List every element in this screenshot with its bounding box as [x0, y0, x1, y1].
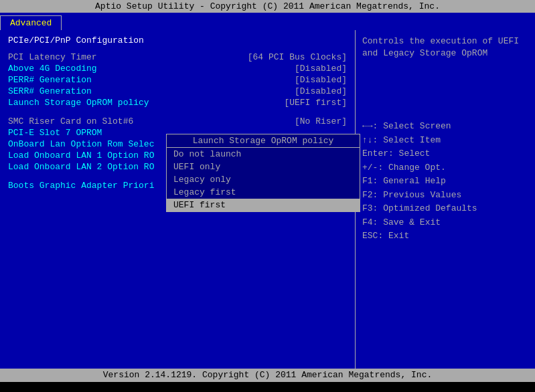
left-panel: PCIe/PCI/PnP Configuration PCI Latency T… [0, 30, 355, 369]
value-launch-storage: [UEFI first] [284, 98, 347, 108]
footer-bar: Version 2.14.1219. Copyright (C) 2011 Am… [0, 369, 535, 382]
dropdown-item-4[interactable]: UEFI first [167, 199, 360, 211]
footer-text: Version 2.14.1219. Copyright (C) 2011 Am… [103, 370, 432, 380]
tab-advanced[interactable]: Advanced [0, 15, 62, 30]
label-serr: SERR# Generation [8, 86, 92, 96]
key-help: ←→: Select Screen ↑↓: Select Item Enter:… [362, 120, 528, 243]
key-f2: F2: Previous Values [362, 189, 528, 202]
value-4g-decoding: [Disabled] [295, 64, 347, 74]
section-title: PCIe/PCI/PnP Configuration [8, 35, 347, 45]
key-f4: F4: Save & Exit [362, 216, 528, 229]
key-esc: ESC: Exit [362, 229, 528, 243]
label-pci-latency: PCI Latency Timer [8, 52, 97, 62]
dropdown-item-0[interactable]: Do not launch [167, 148, 360, 161]
value-serr: [Disabled] [295, 86, 347, 96]
value-pci-latency: [64 PCI Bus Clocks] [248, 52, 347, 62]
key-f1: F1: General Help [362, 175, 528, 188]
right-panel: Controls the execution of UEFI and Legac… [355, 30, 535, 369]
label-pcie-slot7: PCI-E Slot 7 OPROM [8, 128, 102, 138]
value-smc-riser: [No Riser] [295, 116, 347, 126]
label-smc-riser: SMC Riser Card on Slot#6 [8, 116, 133, 126]
label-onboard-lan: OnBoard Lan Option Rom Selec [8, 139, 154, 149]
key-f3: F3: Optimized Defaults [362, 202, 528, 215]
key-updown: ↑↓: Select Item [362, 134, 528, 147]
dropdown-item-1[interactable]: UEFI only [167, 161, 360, 173]
row-smc-riser: SMC Riser Card on Slot#6 [No Riser] [8, 116, 347, 126]
row-serr: SERR# Generation [Disabled] [8, 86, 347, 96]
label-onboard-lan2: Load Onboard LAN 2 Option RO [8, 162, 154, 172]
tab-row: Advanced [0, 13, 535, 30]
dropdown-item-2[interactable]: Legacy only [167, 173, 360, 186]
row-4g-decoding: Above 4G Decoding [Disabled] [8, 64, 347, 74]
dropdown-modal: Launch Storage OpROM policy Do not launc… [166, 134, 360, 212]
label-perr: PERR# Generation [8, 75, 92, 85]
main-area: PCIe/PCI/PnP Configuration PCI Latency T… [0, 30, 535, 369]
label-launch-storage: Launch Storage OpROM policy [8, 98, 149, 108]
label-onboard-lan1: Load Onboard LAN 1 Option RO [8, 151, 154, 161]
row-perr: PERR# Generation [Disabled] [8, 75, 347, 85]
title-bar: Aptio Setup Utility - Copyright (C) 2011… [0, 0, 535, 13]
value-perr: [Disabled] [295, 75, 347, 85]
divider-1 [8, 112, 347, 112]
key-enter: Enter: Select [362, 147, 528, 161]
row-launch-storage: Launch Storage OpROM policy [UEFI first] [8, 98, 347, 108]
dropdown-title: Launch Storage OpROM policy [167, 134, 360, 148]
help-text: Controls the execution of UEFI and Legac… [362, 35, 528, 60]
key-plusminus: +/-: Change Opt. [362, 161, 528, 175]
row-pci-latency: PCI Latency Timer [64 PCI Bus Clocks] [8, 52, 347, 62]
dropdown-item-3[interactable]: Legacy first [167, 186, 360, 199]
label-4g-decoding: Above 4G Decoding [8, 64, 97, 74]
key-leftright: ←→: Select Screen [362, 120, 528, 133]
label-boots-graphic: Boots Graphic Adapter Priori [8, 181, 154, 191]
title-text: Aptio Setup Utility - Copyright (C) 2011… [95, 1, 440, 11]
